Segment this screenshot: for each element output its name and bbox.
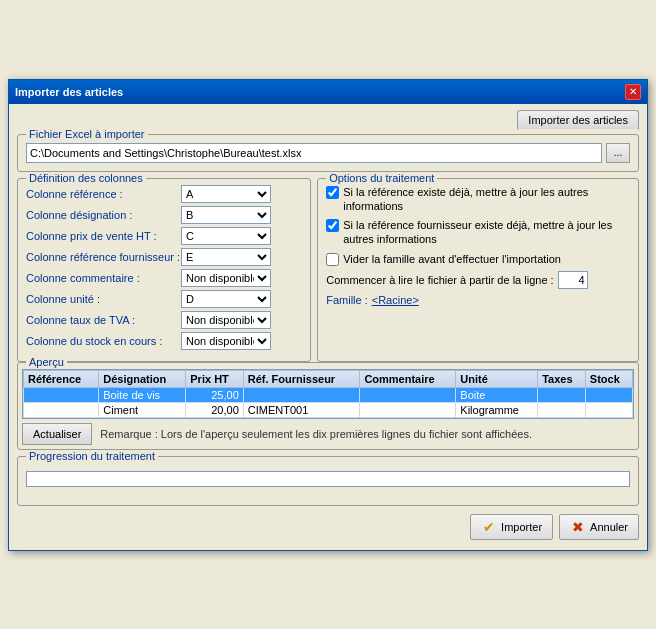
cancel-label: Annuler xyxy=(590,521,628,533)
col-header-4: Commentaire xyxy=(360,370,456,387)
options-group: Options du traitement Si la référence ex… xyxy=(317,178,639,362)
col-def-select-3[interactable]: ABCDEFGHNon disponible xyxy=(181,248,271,266)
col-def-row-label-1: Colonne désignation : xyxy=(26,209,181,221)
two-col-section: Définition des colonnes Colonne référenc… xyxy=(17,178,639,362)
cell-0-0 xyxy=(24,387,99,402)
cell-1-6 xyxy=(538,402,586,417)
famille-label: Famille : xyxy=(326,294,368,306)
col-header-6: Taxes xyxy=(538,370,586,387)
remarque-text: Remarque : Lors de l'aperçu seulement le… xyxy=(100,428,532,440)
famille-link[interactable]: <Racine> xyxy=(372,294,419,306)
checkbox3-row: Vider la famille avant d'effectuer l'imp… xyxy=(326,252,630,266)
progress-bar xyxy=(26,471,630,487)
col-def-select-5[interactable]: ABCDEFGHNon disponible xyxy=(181,290,271,308)
start-line-label: Commencer à lire le fichier à partir de … xyxy=(326,274,553,286)
file-row: ... xyxy=(26,143,630,163)
apercu-table-wrapper[interactable]: RéférenceDésignationPrix HTRéf. Fourniss… xyxy=(22,369,634,419)
col-header-1: Désignation xyxy=(99,370,186,387)
checkbox1-text: Si la référence existe déjà, mettre à jo… xyxy=(343,185,630,214)
cancel-icon: ✖ xyxy=(570,519,586,535)
col-def-row-5: Colonne unité :ABCDEFGHNon disponible xyxy=(26,290,302,308)
col-def-rows: Colonne référence :ABCDEFGHNon disponibl… xyxy=(26,185,302,350)
browse-button[interactable]: ... xyxy=(606,143,630,163)
apercu-header-row: RéférenceDésignationPrix HTRéf. Fourniss… xyxy=(24,370,633,387)
apercu-footer: Actualiser Remarque : Lors de l'aperçu s… xyxy=(22,423,634,445)
apercu-group: Aperçu RéférenceDésignationPrix HTRéf. F… xyxy=(17,362,639,450)
import-icon: ✔ xyxy=(481,519,497,535)
col-def-row-2: Colonne prix de vente HT :ABCDEFGHNon di… xyxy=(26,227,302,245)
col-header-5: Unité xyxy=(456,370,538,387)
checkbox3[interactable] xyxy=(326,253,339,266)
col-def-row-1: Colonne désignation :ABCDEFGHNon disponi… xyxy=(26,206,302,224)
cell-1-0 xyxy=(24,402,99,417)
col-header-7: Stock xyxy=(585,370,632,387)
tab-header: Importer des articles xyxy=(17,110,639,130)
famille-row: Famille : <Racine> xyxy=(326,294,630,306)
table-row[interactable]: Boite de vis25,00Boite xyxy=(24,387,633,402)
progression-label: Progression du traitement xyxy=(26,450,158,462)
cell-1-5: Kilogramme xyxy=(456,402,538,417)
import-button[interactable]: ✔ Importer xyxy=(470,514,553,540)
tab-importer[interactable]: Importer des articles xyxy=(517,110,639,130)
cell-1-2: 20,00 xyxy=(186,402,243,417)
checkbox2[interactable] xyxy=(326,219,339,232)
cell-0-5: Boite xyxy=(456,387,538,402)
col-def-group: Définition des colonnes Colonne référenc… xyxy=(17,178,311,362)
file-group: Fichier Excel à importer ... xyxy=(17,134,639,172)
apercu-thead: RéférenceDésignationPrix HTRéf. Fourniss… xyxy=(24,370,633,387)
file-group-label: Fichier Excel à importer xyxy=(26,128,148,140)
col-def-select-7[interactable]: ABCDEFGHNon disponible xyxy=(181,332,271,350)
title-bar: Importer des articles ✕ xyxy=(9,80,647,104)
col-def-row-7: Colonne du stock en cours :ABCDEFGHNon d… xyxy=(26,332,302,350)
col-def-row-0: Colonne référence :ABCDEFGHNon disponibl… xyxy=(26,185,302,203)
col-def-row-label-2: Colonne prix de vente HT : xyxy=(26,230,181,242)
apercu-tbody: Boite de vis25,00BoiteCiment20,00CIMENT0… xyxy=(24,387,633,417)
main-window: Importer des articles ✕ Importer des art… xyxy=(8,79,648,551)
apercu-label: Aperçu xyxy=(26,356,67,368)
checkbox3-text: Vider la famille avant d'effectuer l'imp… xyxy=(343,252,561,266)
col-def-row-label-6: Colonne taux de TVA : xyxy=(26,314,181,326)
cancel-button[interactable]: ✖ Annuler xyxy=(559,514,639,540)
col-def-label: Définition des colonnes xyxy=(26,172,146,184)
col-def-select-0[interactable]: ABCDEFGHNon disponible xyxy=(181,185,271,203)
checkbox2-row: Si la référence fournisseur existe déjà,… xyxy=(326,218,630,247)
cell-0-7 xyxy=(585,387,632,402)
import-label: Importer xyxy=(501,521,542,533)
table-row[interactable]: Ciment20,00CIMENT001Kilogramme xyxy=(24,402,633,417)
footer-row: ✔ Importer ✖ Annuler xyxy=(17,514,639,542)
col-def-row-3: Colonne référence fournisseur :ABCDEFGHN… xyxy=(26,248,302,266)
cell-1-3: CIMENT001 xyxy=(243,402,360,417)
cell-1-1: Ciment xyxy=(99,402,186,417)
cell-1-7 xyxy=(585,402,632,417)
col-header-3: Réf. Fournisseur xyxy=(243,370,360,387)
window-title: Importer des articles xyxy=(15,86,123,98)
apercu-table: RéférenceDésignationPrix HTRéf. Fourniss… xyxy=(23,370,633,418)
cell-0-2: 25,00 xyxy=(186,387,243,402)
checkbox1[interactable] xyxy=(326,186,339,199)
col-def-select-4[interactable]: ABCDEFGHNon disponible xyxy=(181,269,271,287)
col-def-row-label-3: Colonne référence fournisseur : xyxy=(26,251,181,263)
start-line-input[interactable] xyxy=(558,271,588,289)
checkbox1-row: Si la référence existe déjà, mettre à jo… xyxy=(326,185,630,214)
cell-1-4 xyxy=(360,402,456,417)
col-def-row-4: Colonne commentaire :ABCDEFGHNon disponi… xyxy=(26,269,302,287)
col-def-select-1[interactable]: ABCDEFGHNon disponible xyxy=(181,206,271,224)
start-line-row: Commencer à lire le fichier à partir de … xyxy=(326,271,630,289)
checkbox2-text: Si la référence fournisseur existe déjà,… xyxy=(343,218,630,247)
col-def-select-6[interactable]: ABCDEFGHNon disponible xyxy=(181,311,271,329)
progression-group: Progression du traitement xyxy=(17,456,639,506)
col-def-row-label-5: Colonne unité : xyxy=(26,293,181,305)
close-button[interactable]: ✕ xyxy=(625,84,641,100)
col-header-0: Référence xyxy=(24,370,99,387)
actualiser-button[interactable]: Actualiser xyxy=(22,423,92,445)
col-def-row-6: Colonne taux de TVA :ABCDEFGHNon disponi… xyxy=(26,311,302,329)
cell-0-1: Boite de vis xyxy=(99,387,186,402)
window-body: Importer des articles Fichier Excel à im… xyxy=(9,104,647,550)
col-header-2: Prix HT xyxy=(186,370,243,387)
file-path-input[interactable] xyxy=(26,143,602,163)
col-def-select-2[interactable]: ABCDEFGHNon disponible xyxy=(181,227,271,245)
col-def-row-label-0: Colonne référence : xyxy=(26,188,181,200)
options-label: Options du traitement xyxy=(326,172,437,184)
col-def-row-label-4: Colonne commentaire : xyxy=(26,272,181,284)
cell-0-3 xyxy=(243,387,360,402)
